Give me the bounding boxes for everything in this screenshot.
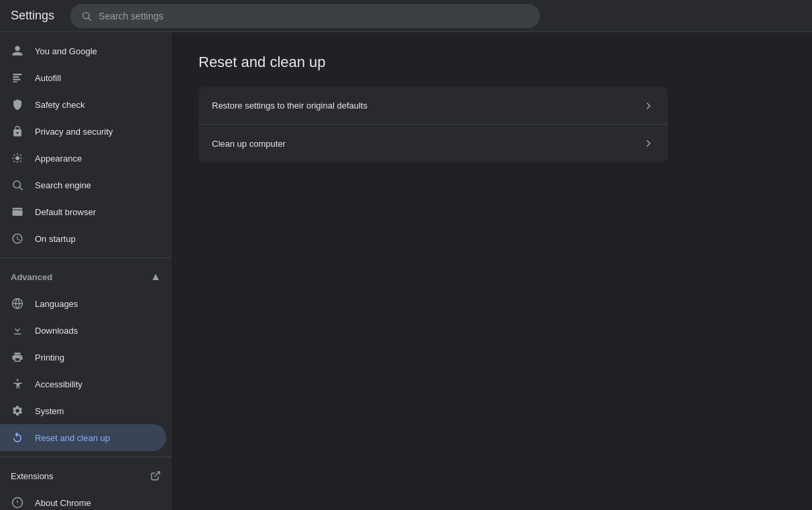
reset-icon: [11, 431, 24, 444]
sidebar-label-default-browser: Default browser: [35, 207, 96, 217]
svg-rect-4: [13, 79, 20, 80]
sidebar-item-system[interactable]: System: [0, 397, 166, 424]
svg-point-11: [17, 379, 19, 381]
svg-line-1: [89, 18, 91, 21]
search-icon: [81, 11, 92, 21]
restore-settings-label: Restore settings to their original defau…: [212, 101, 642, 111]
clean-up-computer-label: Clean up computer: [212, 139, 642, 149]
sidebar-item-privacy-security[interactable]: Privacy and security: [0, 118, 166, 145]
sidebar-label-safety-check: Safety check: [35, 100, 84, 110]
svg-line-8: [19, 187, 22, 190]
privacy-icon: [11, 125, 24, 138]
sidebar-item-safety-check[interactable]: Safety check: [0, 91, 166, 118]
svg-rect-9: [13, 208, 23, 216]
main-content: Reset and clean up Restore settings to t…: [172, 32, 812, 510]
sidebar-divider-1: [0, 257, 172, 258]
about-icon: [11, 496, 24, 509]
autofill-icon: [11, 71, 24, 84]
chevron-right-icon-cleanup: [642, 137, 654, 149]
search-bar[interactable]: [70, 4, 540, 28]
shield-icon: [11, 98, 24, 111]
download-icon: [11, 324, 24, 337]
svg-point-6: [15, 156, 19, 160]
svg-rect-5: [13, 81, 17, 82]
settings-card: Restore settings to their original defau…: [198, 87, 668, 162]
svg-line-12: [155, 472, 160, 476]
person-icon: [11, 44, 24, 58]
restore-settings-row[interactable]: Restore settings to their original defau…: [198, 87, 668, 125]
print-icon: [11, 350, 24, 364]
svg-point-0: [83, 12, 89, 18]
sidebar-label-languages: Languages: [35, 299, 78, 309]
sidebar-label-autofill: Autofill: [35, 73, 61, 83]
sidebar-item-autofill[interactable]: Autofill: [0, 64, 166, 91]
svg-rect-3: [13, 76, 19, 78]
sidebar-label-search-engine: Search engine: [35, 180, 91, 190]
system-icon: [11, 404, 24, 418]
sidebar-item-search-engine[interactable]: Search engine: [0, 172, 166, 198]
sidebar-label-downloads: Downloads: [35, 326, 78, 336]
startup-icon: [11, 232, 24, 245]
sidebar-label-printing: Printing: [35, 353, 64, 363]
sidebar-label-privacy-security: Privacy and security: [35, 127, 113, 137]
clean-up-computer-row[interactable]: Clean up computer: [198, 125, 668, 162]
chevron-right-icon-restore: [642, 100, 654, 112]
sidebar-label-appearance: Appearance: [35, 153, 82, 164]
app-title: Settings: [11, 9, 54, 23]
accessibility-icon: [11, 377, 24, 391]
sidebar-item-downloads[interactable]: Downloads: [0, 317, 166, 344]
sidebar-item-on-startup[interactable]: On startup: [0, 225, 166, 252]
sidebar-item-printing[interactable]: Printing: [0, 344, 166, 371]
sidebar-item-extensions[interactable]: Extensions: [0, 462, 172, 489]
advanced-section-label: Advanced: [11, 272, 52, 282]
search-engine-icon: [11, 178, 24, 192]
sidebar-label-about-chrome: About Chrome: [35, 498, 91, 508]
sidebar-label-accessibility: Accessibility: [35, 379, 82, 389]
sidebar-item-languages[interactable]: Languages: [0, 290, 166, 317]
sidebar-item-accessibility[interactable]: Accessibility: [0, 371, 166, 397]
browser-icon: [11, 205, 24, 218]
sidebar-item-appearance[interactable]: Appearance: [0, 145, 166, 172]
svg-rect-2: [13, 74, 22, 75]
sidebar-divider-2: [0, 456, 172, 457]
globe-icon: [11, 297, 24, 310]
svg-point-7: [13, 181, 21, 188]
sidebar-label-extensions: Extensions: [11, 471, 54, 481]
sidebar-label-system: System: [35, 406, 64, 416]
sidebar-item-you-and-google[interactable]: You and Google: [0, 38, 166, 64]
main-layout: You and Google Autofill Safety check Pri…: [0, 32, 812, 510]
sidebar-section-advanced[interactable]: Advanced ▲: [0, 263, 172, 290]
header: Settings: [0, 0, 812, 32]
sidebar-item-about-chrome[interactable]: About Chrome: [0, 489, 166, 510]
search-input[interactable]: [99, 11, 529, 21]
sidebar-label-you-and-google: You and Google: [35, 46, 97, 56]
sidebar-label-reset-clean-up: Reset and clean up: [35, 433, 110, 443]
sidebar: You and Google Autofill Safety check Pri…: [0, 32, 172, 510]
appearance-icon: [11, 151, 24, 165]
sidebar-item-reset-clean-up[interactable]: Reset and clean up: [0, 424, 166, 451]
chevron-up-icon: ▲: [150, 271, 161, 283]
external-link-icon: [150, 470, 161, 481]
sidebar-item-default-browser[interactable]: Default browser: [0, 198, 166, 225]
sidebar-label-on-startup: On startup: [35, 234, 76, 244]
page-title: Reset and clean up: [198, 54, 785, 71]
